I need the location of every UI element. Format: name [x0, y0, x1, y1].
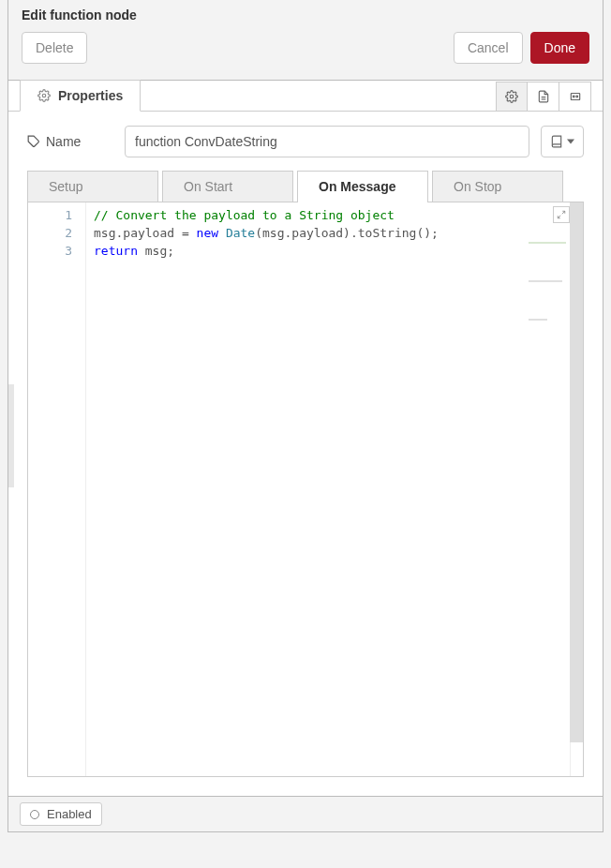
- tab-on-message[interactable]: On Message: [297, 171, 428, 202]
- node-description-button[interactable]: [528, 82, 559, 112]
- editor-gutter: 1 2 3: [28, 202, 86, 776]
- delete-button[interactable]: Delete: [22, 32, 87, 64]
- panel-header: Edit function node Delete Cancel Done: [8, 0, 603, 81]
- line-number: 2: [28, 224, 72, 242]
- svg-point-5: [573, 96, 574, 97]
- editor-body[interactable]: 1 2 3 // Convert the payload to a String…: [28, 202, 583, 776]
- svg-line-8: [562, 211, 565, 214]
- panel-title: Edit function node: [20, 0, 591, 26]
- editor-scrollbar[interactable]: [570, 202, 583, 742]
- code-token: [218, 226, 226, 240]
- tab-on-stop[interactable]: On Stop: [432, 171, 563, 202]
- tab-properties-label: Properties: [58, 88, 123, 103]
- svg-line-9: [558, 216, 560, 218]
- code-token: msg;: [138, 244, 174, 258]
- form-body: Name Setup On Start On Message On Stop: [8, 112, 603, 796]
- gear-icon: [505, 90, 518, 103]
- name-label: Name: [27, 134, 113, 149]
- enabled-label: Enabled: [47, 807, 92, 821]
- tab-properties[interactable]: Properties: [20, 80, 141, 112]
- library-menu-button[interactable]: [541, 126, 584, 157]
- code-token: (msg.payload).toString();: [255, 226, 439, 240]
- done-button[interactable]: Done: [530, 32, 589, 64]
- tag-icon: [27, 135, 40, 148]
- name-row: Name: [27, 126, 584, 157]
- tab-icon-group: [496, 82, 591, 112]
- editor-scroll-gap: [570, 742, 583, 776]
- svg-point-0: [42, 94, 46, 97]
- name-label-text: Name: [46, 134, 81, 149]
- expand-icon: [557, 210, 566, 219]
- tab-on-start[interactable]: On Start: [162, 171, 293, 202]
- node-appearance-button[interactable]: [559, 82, 591, 112]
- panel-footer: Enabled: [8, 796, 603, 831]
- cancel-button[interactable]: Cancel: [454, 32, 523, 64]
- gear-icon: [37, 89, 51, 102]
- primary-tab-strip: Properties: [8, 80, 603, 112]
- document-icon: [537, 90, 550, 103]
- code-token: // Convert the payload to a String objec…: [94, 208, 395, 222]
- name-input[interactable]: [125, 126, 529, 157]
- line-number: 1: [28, 206, 72, 224]
- panel-resize-handle[interactable]: [8, 384, 14, 487]
- appearance-icon: [569, 90, 582, 103]
- line-number: 3: [28, 242, 72, 260]
- code-token: msg.payload =: [94, 226, 197, 240]
- panel-actions: Delete Cancel Done: [20, 26, 591, 71]
- code-editor[interactable]: 1 2 3 // Convert the payload to a String…: [27, 202, 584, 777]
- svg-point-6: [575, 96, 577, 97]
- right-actions: Cancel Done: [454, 32, 589, 64]
- status-circle-icon: [30, 810, 39, 819]
- function-sub-tabs: Setup On Start On Message On Stop: [27, 171, 584, 202]
- edit-panel: Edit function node Delete Cancel Done Pr…: [7, 0, 604, 832]
- code-token: new: [197, 226, 218, 240]
- code-token: return: [94, 244, 138, 258]
- tab-setup[interactable]: Setup: [27, 171, 158, 202]
- code-token: Date: [226, 226, 255, 240]
- svg-rect-4: [571, 94, 579, 100]
- caret-down-icon: [567, 138, 574, 145]
- svg-point-1: [510, 95, 514, 98]
- node-settings-button[interactable]: [496, 82, 528, 112]
- enabled-toggle[interactable]: Enabled: [20, 802, 102, 826]
- book-icon: [550, 135, 563, 148]
- editor-expand-button[interactable]: [553, 206, 570, 223]
- editor-code-area[interactable]: // Convert the payload to a String objec…: [86, 202, 583, 776]
